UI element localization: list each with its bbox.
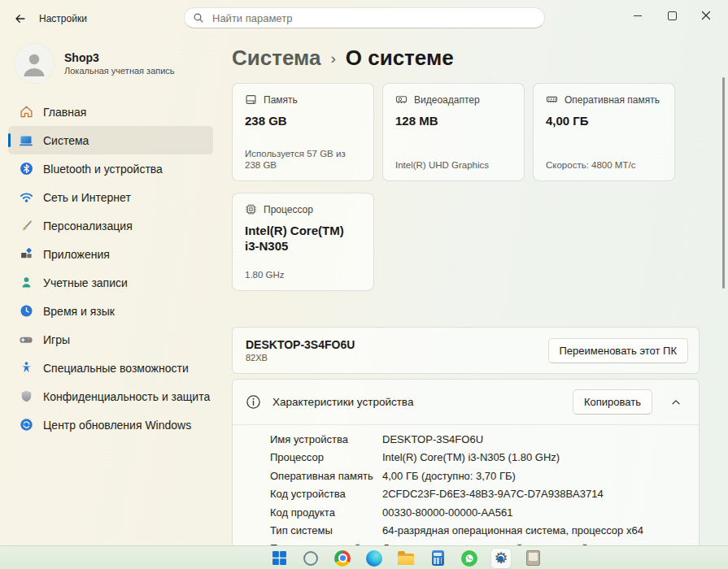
sidebar: Shop3 Локальная учетная запись Главная С… bbox=[0, 37, 220, 546]
cpu-icon bbox=[245, 203, 257, 215]
sidebar-item-label: Сеть и Интернет bbox=[43, 191, 131, 204]
settings-window: Настройки Shop3 Локальная bbox=[0, 0, 728, 569]
taskbar-search-button[interactable] bbox=[301, 549, 320, 568]
spec-value: 4,00 ГБ (доступно: 3,70 ГБ) bbox=[382, 467, 516, 485]
sidebar-item-label: Конфиденциальность и защита bbox=[43, 390, 210, 403]
device-name-block: DESKTOP-3S4FO6U 82XB bbox=[246, 338, 355, 363]
titlebar: Настройки bbox=[0, 0, 728, 37]
spec-value: 00330-80000-00000-AA561 bbox=[382, 504, 512, 522]
search-icon bbox=[193, 12, 204, 24]
storage-card[interactable]: Память 238 GB Используется 57 GB из 238 … bbox=[232, 83, 374, 181]
ram-card[interactable]: Оперативная память 4,00 ГБ Скорость: 480… bbox=[533, 83, 675, 181]
sidebar-item-label: Центр обновления Windows bbox=[43, 419, 191, 432]
summary-cards: Память 238 GB Используется 57 GB из 238 … bbox=[232, 83, 700, 291]
copy-button[interactable]: Копировать bbox=[573, 389, 652, 415]
vertical-scrollbar[interactable] bbox=[722, 77, 725, 289]
gear-icon: ⚙ bbox=[494, 550, 508, 566]
sidebar-item-privacy[interactable]: Конфиденциальность и защита bbox=[8, 382, 213, 410]
whatsapp-button[interactable] bbox=[460, 549, 479, 568]
storage-card-value: 238 GB bbox=[245, 113, 361, 128]
storage-card-detail: Используется 57 GB из 238 GB bbox=[245, 148, 361, 171]
ram-icon bbox=[546, 93, 558, 106]
spec-label: Код устройства bbox=[270, 485, 382, 503]
sidebar-item-accounts[interactable]: Учетные записи bbox=[8, 268, 213, 297]
taskbar-search-icon bbox=[303, 551, 318, 566]
settings-button[interactable]: ⚙ bbox=[491, 549, 511, 568]
sidebar-item-windows-update[interactable]: Центр обновления Windows bbox=[8, 410, 213, 439]
sidebar-item-bluetooth-devices[interactable]: Bluetooth и устройства bbox=[8, 154, 213, 183]
avatar bbox=[15, 44, 54, 83]
device-name-card: DESKTOP-3S4FO6U 82XB Переименовать этот … bbox=[232, 327, 700, 374]
spec-label: Тип системы bbox=[270, 522, 382, 540]
sidebar-item-label: Система bbox=[43, 134, 89, 147]
sidebar-item-label: Учетные записи bbox=[43, 276, 128, 289]
spec-row-processor: Процессор Intel(R) Core(TM) i3-N305 (1.8… bbox=[270, 449, 686, 467]
sidebar-item-accessibility[interactable]: Специальные возможности bbox=[8, 354, 213, 382]
spec-row-product-id: Код продукта 00330-80000-00000-AA561 bbox=[270, 504, 686, 522]
rename-pc-button[interactable]: Переименовать этот ПК bbox=[548, 338, 689, 363]
ram-card-value: 4,00 ГБ bbox=[546, 113, 662, 128]
shield-icon bbox=[19, 389, 33, 404]
close-button[interactable] bbox=[689, 3, 723, 28]
sidebar-item-system[interactable]: Система bbox=[8, 126, 213, 154]
spec-value: 2CFDC23F-D6E3-48B3-9A7C-D7A938BA3714 bbox=[382, 485, 604, 503]
gpu-card[interactable]: Видеоадаптер 128 MB Intel(R) UHD Graphic… bbox=[382, 83, 525, 181]
back-button[interactable] bbox=[8, 8, 33, 29]
spec-label: Имя устройства bbox=[270, 431, 382, 449]
maximize-button[interactable] bbox=[655, 3, 689, 28]
sidebar-item-games[interactable]: Игры bbox=[8, 325, 213, 354]
apps-icon bbox=[19, 247, 33, 262]
whatsapp-icon bbox=[461, 550, 477, 567]
windows-start-icon bbox=[272, 550, 287, 566]
spec-row-ram: Оперативная память 4,00 ГБ (доступно: 3,… bbox=[270, 467, 686, 485]
sidebar-item-label: Специальные возможности bbox=[43, 362, 189, 375]
gpu-card-detail: Intel(R) UHD Graphics bbox=[395, 159, 512, 171]
cpu-card-label: Процессор bbox=[264, 204, 313, 215]
ram-card-detail: Скорость: 4800 МТ/с bbox=[546, 159, 662, 171]
sidebar-item-time-language[interactable]: Время и язык bbox=[8, 297, 213, 325]
user-name: Shop3 bbox=[64, 51, 175, 65]
gpu-card-label: Видеоадаптер bbox=[414, 94, 480, 106]
cpu-card-value: Intel(R) Core(TM) i3-N305 bbox=[245, 223, 361, 254]
app-button[interactable] bbox=[523, 549, 543, 568]
sidebar-item-network[interactable]: Сеть и Интернет bbox=[8, 183, 213, 211]
taskbar: ⚙ bbox=[0, 545, 728, 569]
chrome-button[interactable] bbox=[333, 549, 352, 568]
system-icon bbox=[19, 133, 33, 148]
spec-row-device-id: Код устройства 2CFDC23F-D6E3-48B3-9A7C-D… bbox=[270, 485, 686, 503]
device-specs-title: Характеристики устройства bbox=[272, 396, 413, 408]
app-box-icon bbox=[526, 550, 540, 566]
breadcrumb-system[interactable]: Система bbox=[232, 43, 320, 72]
wifi-icon bbox=[19, 190, 33, 205]
person-icon bbox=[19, 276, 33, 290]
sidebar-item-apps[interactable]: Приложения bbox=[8, 240, 213, 268]
calculator-icon bbox=[432, 550, 444, 566]
spec-label: Код продукта bbox=[270, 504, 382, 522]
edge-icon bbox=[366, 550, 382, 567]
spec-value: Intel(R) Core(TM) i3-N305 (1.80 GHz) bbox=[382, 449, 560, 467]
file-explorer-button[interactable] bbox=[396, 549, 416, 568]
window-controls bbox=[621, 3, 723, 28]
settings-search-box[interactable] bbox=[184, 7, 545, 28]
spec-row-device-name: Имя устройства DESKTOP-3S4FO6U bbox=[270, 431, 686, 449]
device-specs-header[interactable]: Характеристики устройства Копировать bbox=[233, 380, 699, 424]
sidebar-item-home[interactable]: Главная bbox=[8, 98, 213, 126]
edge-button[interactable] bbox=[364, 549, 384, 568]
calculator-button[interactable] bbox=[428, 549, 447, 568]
minimize-icon bbox=[634, 15, 642, 16]
minimize-button[interactable] bbox=[621, 3, 655, 28]
brush-icon bbox=[19, 219, 33, 233]
chrome-icon bbox=[334, 550, 351, 567]
spec-value: DESKTOP-3S4FO6U bbox=[382, 431, 483, 449]
breadcrumb-separator: › bbox=[330, 42, 335, 73]
sidebar-item-label: Главная bbox=[43, 106, 86, 119]
start-button[interactable] bbox=[269, 549, 289, 568]
chevron-up-icon[interactable] bbox=[664, 397, 688, 408]
search-input[interactable] bbox=[211, 11, 536, 25]
clock-icon bbox=[19, 304, 33, 319]
user-account-type: Локальная учетная запись bbox=[64, 65, 175, 76]
cpu-card[interactable]: Процессор Intel(R) Core(TM) i3-N305 1.80… bbox=[232, 193, 374, 291]
sidebar-item-personalization[interactable]: Персонализация bbox=[8, 211, 213, 240]
user-account-block[interactable]: Shop3 Локальная учетная запись bbox=[0, 37, 220, 96]
bluetooth-icon bbox=[19, 162, 33, 176]
